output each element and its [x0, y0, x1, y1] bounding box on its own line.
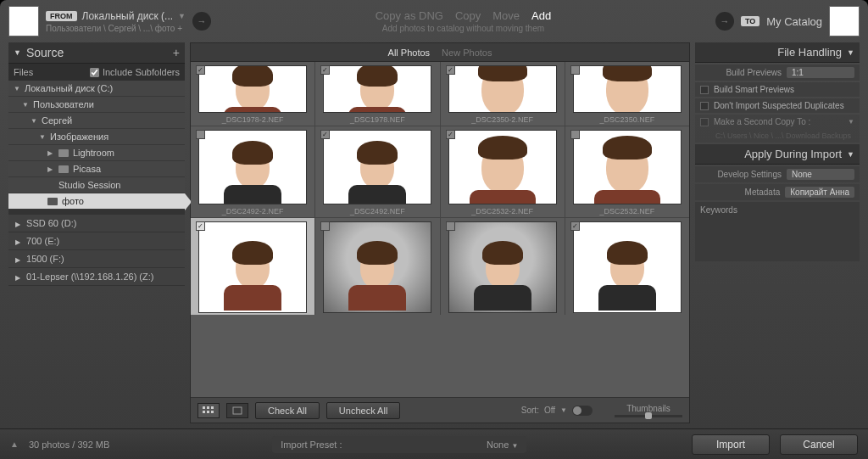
apply-during-import-header[interactable]: Apply During Import ▼ — [695, 144, 860, 165]
no-duplicates-checkbox[interactable] — [700, 102, 709, 110]
check-all-button[interactable]: Check All — [255, 402, 320, 419]
import-mode-copy-as-dng[interactable]: Copy as DNG — [376, 9, 443, 22]
import-mode-move[interactable]: Move — [492, 9, 520, 22]
thumbnail-checkbox[interactable] — [320, 221, 330, 231]
thumbnail-cell[interactable]: ✓ — [565, 218, 689, 315]
include-subfolders-toggle[interactable]: Include Subfolders — [90, 67, 180, 77]
svg-rect-6 — [233, 407, 242, 414]
drive-row[interactable]: ▶ 700 (E:) — [8, 232, 185, 250]
from-path: Пользователи \ Сергей \ ...\ фото + — [46, 24, 186, 33]
from-thumbnail — [8, 6, 39, 36]
tree-item[interactable]: ▶Lightroom — [8, 145, 185, 161]
tree-item[interactable]: ▼Сергей — [8, 113, 185, 129]
thumbnail-image[interactable] — [198, 130, 307, 204]
thumbnail-image[interactable] — [448, 65, 557, 113]
keywords-input[interactable]: Keywords — [695, 202, 860, 261]
thumbnail-checkbox[interactable]: ✓ — [446, 65, 455, 75]
second-copy-checkbox[interactable] — [700, 118, 709, 126]
thumbnail-filename: _DSC2532.NEF — [600, 207, 655, 216]
thumbnail-checkbox[interactable] — [196, 130, 205, 139]
thumbnail-checkbox[interactable]: ✓ — [196, 65, 205, 75]
thumbnail-image[interactable] — [198, 65, 307, 113]
expand-footer-icon[interactable]: ▲ — [10, 439, 19, 449]
tab-new-photos[interactable]: New Photos — [442, 48, 492, 58]
thumbnails-size-slider[interactable] — [615, 415, 682, 417]
nav-right-to-icon[interactable]: → — [715, 12, 734, 31]
thumbnail-checkbox[interactable] — [446, 221, 455, 231]
drive-row[interactable]: ▶ 1500 (F:) — [8, 250, 185, 268]
drive-row[interactable]: ▶ 01-Lepser (\\192.168.1.26) (Z:) — [8, 268, 185, 286]
import-preset-select[interactable]: Import Preset : None ▼ — [272, 436, 526, 453]
to-catalog-label[interactable]: My Catalog — [766, 15, 822, 28]
thumbnail-image[interactable] — [323, 65, 431, 113]
tab-all-photos[interactable]: All Photos — [388, 48, 431, 58]
chevron-down-icon[interactable]: ▼ — [848, 118, 854, 126]
thumbnail-checkbox[interactable]: ✓ — [320, 130, 330, 139]
thumbnail-checkbox[interactable]: ✓ — [320, 65, 330, 75]
from-dropdown-icon[interactable]: ▼ — [178, 12, 186, 20]
thumbnail-image[interactable] — [573, 65, 682, 113]
tree-item[interactable]: ▼Локальный диск (C:) — [8, 81, 185, 97]
thumbnail-cell[interactable]: _DSC2532.NEF — [565, 126, 689, 217]
from-source-label[interactable]: Локальный диск (... — [82, 10, 174, 22]
thumbnail-checkbox[interactable]: ✓ — [196, 221, 205, 231]
include-subfolders-checkbox[interactable] — [90, 68, 99, 77]
thumbnail-filename: _DSC1978.NEF — [350, 115, 405, 124]
sort-value[interactable]: Off — [544, 406, 555, 415]
thumbnail-image[interactable] — [573, 130, 682, 204]
thumbnail-cell[interactable] — [315, 218, 439, 315]
import-button[interactable]: Import — [692, 434, 770, 455]
thumbnail-cell[interactable]: ✓_DSC2492.NEF — [315, 126, 439, 217]
drive-row[interactable]: ▶ SSD 60 (D:) — [8, 215, 185, 232]
build-previews-select[interactable]: 1:1 — [787, 67, 854, 78]
thumbnail-checkbox[interactable]: ✓ — [570, 221, 580, 231]
thumbnail-cell[interactable]: _DSC2492-2.NEF — [191, 126, 314, 217]
sort-dropdown-icon[interactable]: ▼ — [560, 406, 567, 414]
tree-item[interactable]: Studio Session — [8, 177, 185, 193]
chevron-down-icon: ▼ — [14, 48, 21, 57]
sort-direction-toggle[interactable] — [572, 406, 593, 416]
import-mode-add[interactable]: Add — [531, 9, 551, 22]
loupe-view-button[interactable] — [226, 403, 248, 418]
thumbnail-cell[interactable]: ✓_DSC1978.NEF — [315, 62, 439, 126]
thumbnail-filename: _DSC2350-2.NEF — [471, 115, 533, 124]
thumbnail-filename: _DSC2492-2.NEF — [222, 207, 284, 216]
thumbnail-image[interactable] — [448, 130, 557, 204]
tree-item[interactable]: ▼Изображения — [8, 129, 185, 145]
thumbnail-cell[interactable]: ✓_DSC1978-2.NEF — [191, 62, 314, 126]
add-source-icon[interactable]: + — [173, 46, 180, 59]
from-badge: FROM — [46, 11, 77, 21]
thumbnail-cell[interactable]: ✓_DSC2350-2.NEF — [441, 62, 565, 126]
tree-item[interactable]: фото — [8, 193, 185, 210]
tree-item[interactable]: ▼Пользователи — [8, 97, 185, 113]
nav-right-from-icon[interactable]: → — [192, 12, 211, 31]
smart-previews-checkbox[interactable] — [700, 86, 709, 94]
svg-rect-1 — [207, 406, 209, 409]
metadata-select[interactable]: Копирайт Анна — [785, 187, 854, 198]
thumbnail-checkbox[interactable] — [570, 130, 580, 139]
second-copy-path: C:\ Users \ Nice \ ...\ Download Backups — [700, 132, 851, 140]
import-mode-copy[interactable]: Copy — [455, 9, 481, 22]
thumbnail-image[interactable] — [448, 221, 557, 313]
cancel-button[interactable]: Cancel — [780, 434, 858, 455]
action-subtitle: Add photos to catalog without moving the… — [218, 24, 709, 33]
uncheck-all-button[interactable]: Uncheck All — [326, 402, 400, 419]
thumbnail-image[interactable] — [323, 221, 431, 313]
second-copy-label: Make a Second Copy To : — [714, 117, 810, 126]
thumbnail-image[interactable] — [573, 221, 682, 313]
file-handling-header[interactable]: File Handling ▼ — [695, 42, 860, 63]
thumbnail-image[interactable] — [198, 221, 307, 313]
tree-item[interactable]: ▶Picasa — [8, 161, 185, 177]
thumbnail-cell[interactable]: _DSC2350.NEF — [565, 62, 689, 126]
thumbnail-cell[interactable]: ✓ — [191, 218, 314, 315]
thumbnail-cell[interactable]: ✓_DSC2532-2.NEF — [441, 126, 565, 217]
thumbnail-checkbox[interactable]: ✓ — [446, 130, 455, 139]
thumbnail-image[interactable] — [323, 130, 431, 204]
thumbnail-cell[interactable] — [441, 218, 565, 315]
folder-icon — [47, 198, 58, 205]
source-panel-header[interactable]: ▼ Source + — [8, 42, 185, 64]
develop-settings-label: Develop Settings — [717, 170, 782, 179]
grid-view-button[interactable] — [198, 403, 220, 418]
thumbnail-checkbox[interactable] — [570, 65, 580, 75]
develop-settings-select[interactable]: None — [787, 169, 854, 180]
